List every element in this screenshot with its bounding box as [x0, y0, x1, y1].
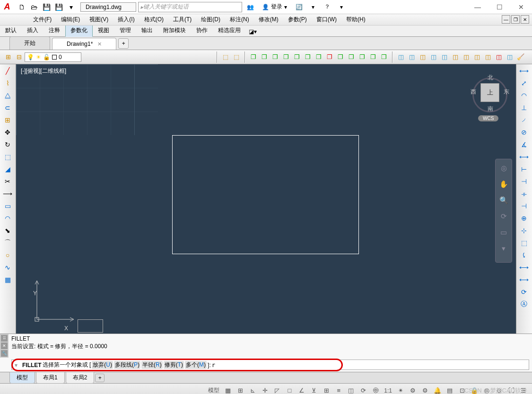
menu-window[interactable]: 窗口(W) — [312, 14, 341, 26]
dim-diameter-icon[interactable]: ⊘ — [517, 127, 531, 138]
scale-label[interactable]: 1:1 — [382, 387, 394, 394]
layer-selector[interactable]: 💡 ☀ 🔓 0 — [25, 52, 81, 62]
mdi-minimize[interactable]: — — [502, 15, 510, 24]
dim-ordinate-icon[interactable]: ⊥ — [517, 102, 531, 113]
dim-arc-icon[interactable]: ◠ — [517, 90, 531, 101]
steering-wheel-icon[interactable]: ◎ — [497, 162, 510, 174]
tb-icon-2[interactable]: ⬚ — [231, 52, 242, 62]
dim-text-edit-icon[interactable]: ⟷ — [517, 274, 531, 285]
menu-dimension[interactable]: 标注(N) — [225, 14, 254, 26]
dim-radius-icon[interactable]: ⟋ — [517, 114, 531, 126]
dim-angular-icon[interactable]: ∡ — [517, 139, 531, 150]
monitor-icon[interactable]: 🔔 — [432, 385, 443, 394]
search-icon[interactable]: 👥 — [244, 2, 256, 12]
dim-edit-icon[interactable]: ⟷ — [517, 262, 531, 273]
app-logo[interactable]: A — [0, 0, 14, 14]
open-icon[interactable]: 🗁 — [28, 1, 40, 13]
add-sheet-button[interactable]: + — [95, 374, 105, 382]
dim-break-icon[interactable]: ⊣ — [517, 200, 531, 212]
help-icon[interactable]: ？ — [321, 2, 333, 12]
menu-format[interactable]: 格式(O) — [140, 14, 168, 26]
view-cube[interactable]: 北 南 西 东 上 WCS — [469, 69, 511, 126]
annotation-icon[interactable]: ✴ — [395, 385, 406, 394]
drawing-canvas[interactable]: [-][俯视][二维线框] 北 南 西 东 上 WCS ◎ ✋ 🔍 ⟳ ▭ ▾ … — [16, 64, 516, 334]
ribbon-tab-addins[interactable]: 附加模块 — [158, 24, 191, 36]
dyninput-icon[interactable]: ⊞ — [321, 385, 332, 394]
tb-icon-12[interactable]: ❐ — [346, 52, 357, 62]
tb-icon-1[interactable]: ⬚ — [220, 52, 231, 62]
line-icon[interactable]: ╱ — [1, 65, 14, 77]
tb-icon-6[interactable]: ❐ — [281, 52, 291, 62]
cmd-recent-icon[interactable]: ▾ — [15, 362, 22, 368]
inspect-icon[interactable]: ⬚ — [517, 237, 531, 248]
extend-icon[interactable]: ⟶ — [1, 188, 14, 199]
tolerance-icon[interactable]: ⊕ — [517, 213, 531, 224]
menu-modify[interactable]: 修改(M) — [254, 14, 283, 26]
mirror-icon[interactable]: ⧋ — [1, 90, 14, 101]
tb-mod-5[interactable]: ◫ — [439, 52, 450, 62]
3dosnap-icon[interactable]: ∠ — [296, 385, 307, 394]
menu-file[interactable]: 文件(F) — [28, 14, 56, 26]
sheet-tab-layout1[interactable]: 布局1 — [36, 372, 65, 384]
command-history[interactable]: FILLET 当前设置: 模式 = 修剪，半径 = 0.0000 — [9, 334, 532, 351]
tb-icon-10[interactable]: ❐ — [324, 52, 335, 62]
opt-multiple[interactable]: 多个(M) — [185, 361, 207, 369]
grid-toggle-icon[interactable]: ▦ — [222, 385, 234, 394]
autoscale-icon[interactable]: ⚙ — [407, 385, 419, 394]
dropdown-icon[interactable]: ▾ — [335, 2, 348, 12]
dim-linear-icon[interactable]: ⟷ — [517, 65, 531, 77]
saveas-icon[interactable]: 💾 — [53, 1, 64, 13]
ribbon-tab-output[interactable]: 输出 — [136, 24, 158, 36]
tb-mod-1[interactable]: ◫ — [396, 52, 406, 62]
tb-icon-4[interactable]: ❐ — [259, 52, 270, 62]
zoom-icon[interactable]: 🔍 — [497, 194, 510, 206]
sheet-tab-layout2[interactable]: 布局2 — [66, 372, 95, 384]
layer-props-icon[interactable]: ⊞ — [3, 52, 13, 62]
tb-icon-5[interactable]: ❐ — [270, 52, 280, 62]
tb-mod-9[interactable]: ◫ — [483, 52, 493, 62]
opt-radius[interactable]: 半径(R) — [141, 361, 163, 369]
tb-mod-12[interactable]: 🧹 — [515, 52, 526, 62]
doc-tab-drawing1[interactable]: Drawing1* ✕ — [52, 38, 116, 50]
ribbon-tab-parametric[interactable]: 参数化 — [65, 24, 93, 37]
ribbon-tab-default[interactable]: 默认 — [0, 24, 22, 36]
tb-icon-11[interactable]: ❐ — [335, 52, 346, 62]
tb-icon-8[interactable]: ❐ — [303, 52, 313, 62]
dim-continue-icon[interactable]: ⊣ — [517, 176, 531, 187]
opt-polyline[interactable]: 多段线(P) — [114, 361, 140, 369]
polar-toggle-icon[interactable]: ✛ — [259, 385, 270, 394]
dim-style-icon[interactable]: Ⓐ — [517, 299, 531, 310]
hatch-icon[interactable]: ▦ — [1, 274, 14, 285]
otrack-toggle-icon[interactable]: ⊻ — [308, 385, 320, 394]
menu-help[interactable]: 帮助(H) — [341, 14, 370, 26]
cmd-close-icon[interactable]: ✕ — [1, 343, 8, 349]
iso-toggle-icon[interactable]: ◸ — [271, 385, 283, 394]
ribbon-tab-annotate[interactable]: 注释 — [44, 24, 65, 36]
osnap-toggle-icon[interactable]: □ — [284, 385, 295, 394]
login-button[interactable]: 👤 登录 ▾ — [258, 2, 291, 12]
tb-mod-10[interactable]: ◫ — [494, 52, 504, 62]
minimize-button[interactable]: — — [467, 0, 488, 14]
mdi-close[interactable]: ✕ — [521, 15, 529, 24]
ribbon-tab-manage[interactable]: 管理 — [114, 24, 136, 36]
tb-icon-7[interactable]: ❐ — [292, 52, 302, 62]
jogged-icon[interactable]: ⤹ — [517, 249, 531, 261]
stretch-icon[interactable]: ◢ — [1, 163, 14, 175]
sheet-tab-model[interactable]: 模型 — [9, 372, 35, 384]
qat-dropdown-icon[interactable]: ▾ — [65, 1, 77, 13]
tb-mod-3[interactable]: ◫ — [418, 52, 428, 62]
new-tab-button[interactable]: + — [118, 38, 129, 49]
transparency-icon[interactable]: ◫ — [345, 385, 357, 394]
help-search-input[interactable]: ▸ 键入关键字或短语 — [138, 2, 242, 12]
orbit-icon[interactable]: ⟳ — [497, 210, 510, 223]
annoscale-icon[interactable]: 🞋 — [370, 385, 381, 394]
menu-draw[interactable]: 绘图(D) — [196, 14, 225, 26]
doc-tab-start[interactable]: 开始 — [9, 36, 50, 50]
tb-mod-7[interactable]: ◫ — [461, 52, 471, 62]
tb-icon-15[interactable]: ❐ — [379, 52, 389, 62]
wcs-badge[interactable]: WCS — [478, 115, 498, 121]
tb-mod-4[interactable]: ◫ — [428, 52, 439, 62]
status-model-button[interactable]: 模型 — [206, 386, 221, 394]
tb-icon-3[interactable]: ❐ — [248, 52, 259, 62]
layer-filter-icon[interactable]: ⊟ — [14, 52, 24, 62]
